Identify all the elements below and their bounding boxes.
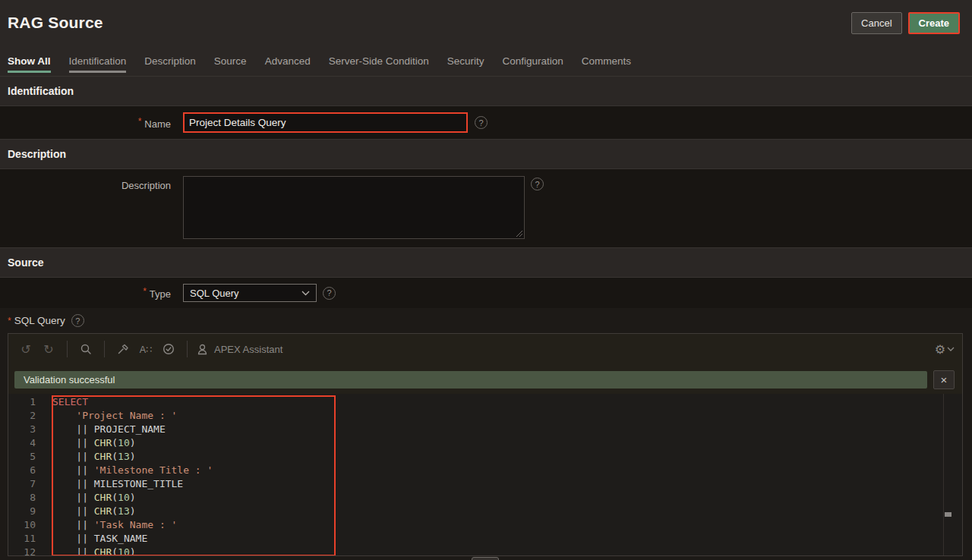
line-number: 12: [8, 546, 36, 555]
section-title: Identification: [8, 85, 74, 97]
section-description: Description: [0, 139, 972, 169]
gear-icon: ⚙: [935, 342, 945, 357]
sql-query-help-icon[interactable]: ?: [71, 314, 84, 327]
tab-underline: [69, 71, 127, 73]
editor-toolbar: ↺ ↻ A∷ APEX Assistant ⚙: [8, 334, 962, 364]
name-field-row: *Name ?: [0, 106, 972, 139]
description-textarea[interactable]: [183, 176, 525, 239]
code-line[interactable]: || CHR(10): [52, 546, 962, 555]
line-number: 8: [8, 491, 36, 505]
toolbar-separator: [67, 341, 68, 357]
code-line[interactable]: || 'Milestone Title : ': [52, 464, 962, 477]
toolbar-separator: [104, 341, 105, 357]
undo-icon[interactable]: ↺: [16, 339, 36, 359]
name-input[interactable]: [183, 112, 468, 133]
description-label: Description: [0, 176, 183, 247]
tab-underline: [8, 71, 51, 73]
line-number: 7: [8, 477, 36, 491]
code-line[interactable]: SELECT: [52, 395, 962, 409]
line-number: 3: [8, 423, 36, 436]
tab-comments[interactable]: Comments: [582, 46, 631, 76]
sql-query-label: SQL Query: [14, 315, 65, 326]
tab-identification[interactable]: Identification: [69, 46, 127, 76]
change-case-icon[interactable]: A∷: [136, 339, 156, 359]
section-title: Source: [8, 256, 43, 269]
assistant-person-icon: [196, 343, 209, 356]
tab-bar: Show All Identification Description Sour…: [0, 46, 972, 76]
cancel-button[interactable]: Cancel: [851, 12, 901, 34]
toolbar-separator: [187, 341, 188, 357]
tab-show-all[interactable]: Show All: [8, 46, 51, 76]
code-lines: SELECT 'Project Name : ' || PROJECT_NAME…: [45, 395, 962, 555]
line-number: 9: [8, 505, 36, 518]
chevron-down-icon: [947, 347, 955, 352]
header-actions: Cancel Create: [851, 12, 960, 34]
validation-row: Validation successful ×: [8, 364, 962, 394]
apex-assistant-button[interactable]: APEX Assistant: [196, 343, 282, 356]
code-line[interactable]: || CHR(10): [52, 491, 962, 505]
tab-advanced[interactable]: Advanced: [265, 46, 311, 76]
name-help-icon[interactable]: ?: [475, 116, 488, 129]
scrollbar-handle[interactable]: [945, 512, 951, 517]
section-identification: Identification: [0, 76, 972, 106]
description-field-row: Description ?: [0, 169, 972, 247]
code-line[interactable]: || CHR(13): [52, 505, 962, 518]
code-line[interactable]: || MILESTONE_TITLE: [52, 477, 962, 491]
line-number: 1: [8, 395, 36, 409]
editor-resize-row: [8, 556, 963, 560]
apex-assistant-label: APEX Assistant: [214, 344, 282, 355]
code-area[interactable]: 123456789101112 SELECT 'Project Name : '…: [8, 394, 962, 555]
close-icon: ×: [941, 373, 948, 386]
tab-source[interactable]: Source: [214, 46, 247, 76]
line-number: 5: [8, 450, 36, 464]
section-source: Source: [0, 247, 972, 278]
tab-server-side-condition[interactable]: Server-Side Condition: [329, 46, 429, 76]
validate-icon[interactable]: [159, 339, 178, 359]
page-header: RAG Source Cancel Create: [0, 0, 972, 46]
type-field-row: *Type SQL Query ?: [0, 278, 972, 308]
chevron-down-icon: [301, 291, 310, 296]
code-line[interactable]: || PROJECT_NAME: [52, 423, 962, 436]
code-line[interactable]: || 'Task Name : ': [52, 518, 962, 532]
type-help-icon[interactable]: ?: [323, 287, 336, 300]
code-gutter: 123456789101112: [8, 395, 45, 555]
code-line[interactable]: 'Project Name : ': [52, 409, 962, 423]
code-editor: ↺ ↻ A∷ APEX Assistant ⚙: [8, 333, 963, 556]
section-title: Description: [8, 148, 66, 160]
code-line[interactable]: || TASK_NAME: [52, 532, 962, 546]
page-title: RAG Source: [8, 14, 103, 32]
editor-resize-handle[interactable]: [472, 557, 499, 560]
line-number: 4: [8, 436, 36, 450]
editor-settings-button[interactable]: ⚙: [935, 342, 955, 357]
line-number: 6: [8, 464, 36, 477]
format-code-icon[interactable]: [113, 339, 133, 359]
validation-message: Validation successful: [14, 371, 927, 389]
search-icon[interactable]: [76, 339, 96, 359]
type-select-value: SQL Query: [190, 288, 301, 299]
tab-configuration[interactable]: Configuration: [503, 46, 563, 76]
vertical-scrollbar[interactable]: [943, 394, 951, 555]
validation-close-button[interactable]: ×: [933, 370, 955, 389]
redo-icon[interactable]: ↻: [39, 339, 58, 359]
tab-description[interactable]: Description: [144, 46, 196, 76]
required-asterisk: *: [8, 316, 11, 326]
required-asterisk: *: [143, 286, 147, 297]
line-number: 10: [8, 518, 36, 532]
sql-query-label-row: * SQL Query ?: [0, 308, 972, 333]
required-asterisk: *: [138, 116, 142, 127]
line-number: 2: [8, 409, 36, 423]
description-help-icon[interactable]: ?: [531, 178, 544, 190]
create-button[interactable]: Create: [908, 12, 960, 34]
code-line[interactable]: || CHR(10): [52, 436, 962, 450]
name-label: *Name: [0, 116, 183, 130]
tab-security[interactable]: Security: [447, 46, 484, 76]
type-label: *Type: [0, 286, 183, 300]
sql-editor-zone: ↺ ↻ A∷ APEX Assistant ⚙: [0, 333, 972, 560]
code-line[interactable]: || CHR(13): [52, 450, 962, 464]
line-number: 11: [8, 532, 36, 546]
type-select[interactable]: SQL Query: [183, 284, 317, 302]
